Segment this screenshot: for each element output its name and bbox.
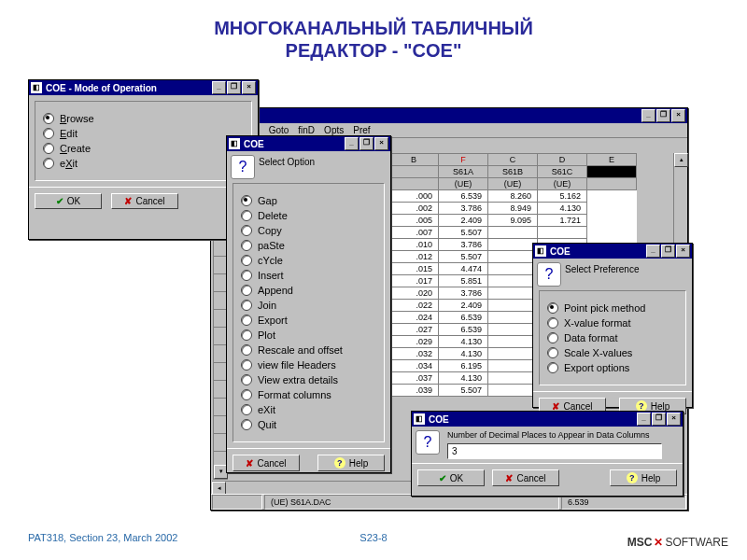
cell[interactable]: 6.195 bbox=[439, 360, 488, 372]
close-button[interactable]: × bbox=[676, 245, 690, 258]
option-cycle[interactable]: cYcle bbox=[241, 255, 376, 266]
radio-edit[interactable]: Edit bbox=[43, 128, 244, 139]
cell[interactable] bbox=[488, 348, 538, 360]
cell[interactable]: 5.162 bbox=[538, 190, 587, 203]
cell[interactable]: 8.949 bbox=[488, 203, 538, 215]
cell[interactable]: 2.409 bbox=[439, 215, 488, 227]
cell[interactable]: .020 bbox=[389, 287, 439, 300]
pref-x-value-format[interactable]: X-value format bbox=[547, 317, 678, 329]
cell[interactable]: 6.539 bbox=[439, 324, 488, 336]
close-button[interactable]: × bbox=[242, 81, 256, 94]
cell[interactable] bbox=[488, 372, 538, 385]
mode-dialog[interactable]: ◧ COE - Mode of Operation _ ❐ × Browse E… bbox=[28, 79, 259, 240]
cell[interactable]: 1.721 bbox=[538, 215, 587, 227]
cell[interactable]: 3.786 bbox=[439, 287, 488, 300]
cell[interactable]: 4.130 bbox=[439, 372, 488, 385]
cell[interactable]: 3.786 bbox=[439, 239, 488, 251]
select-preference-dialog[interactable]: ◧ COE _ ❐ × ? Select Preference Point pi… bbox=[532, 243, 693, 408]
cell[interactable]: 6.539 bbox=[439, 312, 488, 324]
option-exit[interactable]: eXit bbox=[241, 404, 376, 415]
maximize-button[interactable]: ❐ bbox=[227, 81, 241, 94]
cell[interactable] bbox=[488, 239, 538, 251]
maximize-button[interactable]: ❐ bbox=[652, 413, 666, 426]
cell[interactable] bbox=[488, 287, 538, 300]
decimal-dialog[interactable]: ◧ COE _ ❐ × ? Number of Decimal Places t… bbox=[411, 411, 684, 497]
menu-find[interactable]: finD bbox=[298, 125, 315, 135]
close-button[interactable]: × bbox=[374, 137, 388, 150]
option-plot[interactable]: Plot bbox=[241, 329, 376, 341]
cancel-button[interactable]: ✘Cancel bbox=[492, 469, 559, 486]
option-format-columns[interactable]: Format columns bbox=[241, 389, 376, 400]
cancel-button[interactable]: ✘Cancel bbox=[111, 193, 178, 209]
option-view-file-headers[interactable]: view file Headers bbox=[241, 359, 376, 371]
cell[interactable]: 4.474 bbox=[439, 263, 488, 275]
cell[interactable]: 4.130 bbox=[439, 336, 488, 348]
col-header[interactable]: E bbox=[587, 154, 637, 166]
cell[interactable] bbox=[538, 227, 587, 239]
titlebar-mode[interactable]: ◧ COE - Mode of Operation _ ❐ × bbox=[29, 80, 258, 95]
titlebar-main[interactable]: ◧ COE _ ❐ × bbox=[211, 108, 687, 123]
maximize-button[interactable]: ❐ bbox=[661, 245, 675, 258]
minimize-button[interactable]: _ bbox=[637, 413, 651, 426]
close-button[interactable]: × bbox=[671, 109, 685, 122]
cell[interactable]: .024 bbox=[389, 312, 439, 324]
cell[interactable]: .037 bbox=[389, 372, 439, 385]
decimal-input[interactable]: 3 bbox=[447, 443, 662, 459]
cell[interactable] bbox=[488, 336, 538, 348]
scroll-up-icon[interactable]: ▴ bbox=[674, 153, 688, 167]
help-button[interactable]: ?Help bbox=[610, 469, 677, 486]
cell[interactable]: 6.539 bbox=[439, 190, 488, 203]
pref-point-pick-method[interactable]: Point pick method bbox=[547, 302, 678, 314]
col-header[interactable]: D bbox=[538, 154, 587, 166]
ok-button[interactable]: ✔OK bbox=[417, 469, 485, 486]
cell[interactable] bbox=[488, 275, 538, 287]
radio-create[interactable]: Create bbox=[43, 143, 244, 154]
table-row[interactable]: .0075.507 bbox=[389, 227, 637, 239]
option-delete[interactable]: Delete bbox=[241, 210, 376, 221]
cell[interactable] bbox=[488, 360, 538, 372]
cell[interactable]: 5.507 bbox=[439, 227, 488, 239]
option-gap[interactable]: Gap bbox=[241, 195, 376, 206]
cell[interactable]: 5.507 bbox=[439, 385, 488, 397]
cell[interactable]: .029 bbox=[389, 336, 439, 348]
cell[interactable]: 3.786 bbox=[439, 203, 488, 215]
option-quit[interactable]: Quit bbox=[241, 419, 376, 430]
menu-pref[interactable]: Pref bbox=[353, 125, 370, 135]
titlebar-select[interactable]: ◧ COE _ ❐ × bbox=[227, 136, 390, 151]
cell[interactable]: .015 bbox=[389, 263, 439, 275]
cell[interactable]: .039 bbox=[389, 385, 439, 397]
table-row[interactable]: .0052.4099.0951.721 bbox=[389, 215, 637, 227]
cell[interactable] bbox=[488, 385, 538, 397]
pref-export-options[interactable]: Export options bbox=[547, 362, 678, 373]
radio-exit[interactable]: eXit bbox=[43, 158, 244, 169]
option-rescale-and-offset[interactable]: Rescale and offset bbox=[241, 344, 376, 356]
cancel-button[interactable]: ✘Cancel bbox=[233, 455, 300, 471]
cell[interactable]: .005 bbox=[389, 215, 439, 227]
minimize-button[interactable]: _ bbox=[646, 245, 660, 258]
cell[interactable]: 9.095 bbox=[488, 215, 538, 227]
option-export[interactable]: Export bbox=[241, 315, 376, 326]
cell[interactable]: 5.851 bbox=[439, 275, 488, 287]
option-view-extra-details[interactable]: View extra details bbox=[241, 374, 376, 385]
cell[interactable]: 8.260 bbox=[488, 190, 538, 203]
table-row[interactable]: .0006.5398.2605.162 bbox=[389, 190, 637, 203]
cell[interactable]: .010 bbox=[389, 239, 439, 251]
cell[interactable]: .022 bbox=[389, 300, 439, 312]
cell[interactable] bbox=[488, 227, 538, 239]
ok-button[interactable]: ✔OK bbox=[35, 193, 102, 209]
cell[interactable]: .007 bbox=[389, 227, 439, 239]
cell[interactable]: 2.409 bbox=[439, 300, 488, 312]
cell[interactable]: .012 bbox=[389, 251, 439, 263]
help-button[interactable]: ?Help bbox=[317, 455, 385, 471]
cell[interactable] bbox=[488, 300, 538, 312]
cell[interactable] bbox=[488, 251, 538, 263]
cell[interactable]: .002 bbox=[389, 203, 439, 215]
option-paste[interactable]: paSte bbox=[241, 240, 376, 251]
cell[interactable]: .027 bbox=[389, 324, 439, 336]
minimize-button[interactable]: _ bbox=[212, 81, 226, 94]
col-header[interactable]: F bbox=[439, 154, 488, 166]
option-copy[interactable]: Copy bbox=[241, 225, 376, 236]
titlebar-pref[interactable]: ◧ COE _ ❐ × bbox=[533, 244, 692, 259]
titlebar-decimal[interactable]: ◧ COE _ ❐ × bbox=[412, 412, 683, 427]
maximize-button[interactable]: ❐ bbox=[359, 137, 374, 150]
